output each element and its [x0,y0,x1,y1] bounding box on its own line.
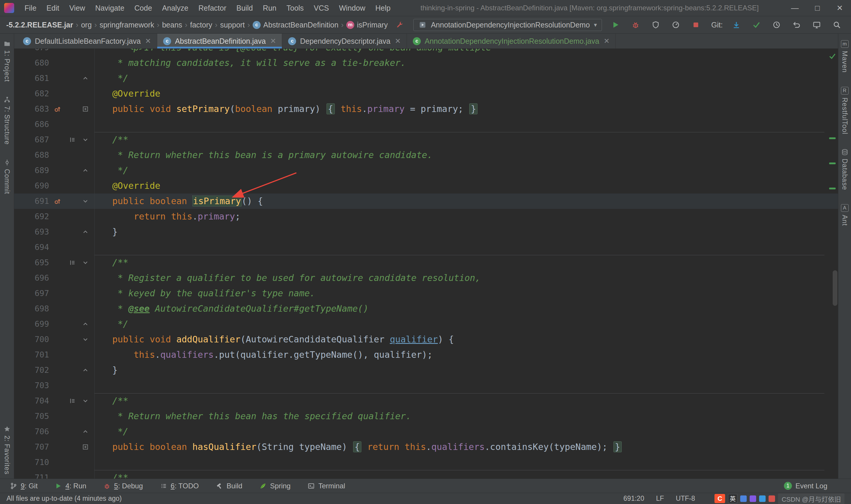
code-line-701[interactable]: 701 this.qualifiers.put(qualifier.getTyp… [14,347,838,362]
code-text[interactable]: */ [94,71,838,86]
tab-close-icon[interactable]: ✕ [604,37,610,45]
toolwindow-button-4-run[interactable]: 4: Run [55,482,86,490]
restful-scan-icon[interactable] [393,18,406,31]
breadcrumb-factory[interactable]: factory [188,20,214,30]
toolwindow-button-5-debug[interactable]: 5: Debug [104,482,143,490]
tab-defaultlistablebeanfactory-java[interactable]: cDefaultListableBeanFactory.java✕ [17,34,157,49]
menu-edit[interactable]: Edit [41,1,64,15]
toolwindow-button-spring[interactable]: Spring [259,482,290,490]
toolwindow-button-ant[interactable]: AAnt [841,204,849,226]
menu-navigate[interactable]: Navigate [90,1,129,15]
tab-annotationdependencyinjectionresolutiondemo-java[interactable]: cAnnotationDependencyInjectionResolution… [407,34,616,49]
toolwindow-button-maven[interactable]: mMaven [841,40,849,73]
presentation-button[interactable] [810,18,823,31]
line-number[interactable]: 702 [14,362,49,378]
minimize-button[interactable]: — [784,0,806,16]
toolwindow-button-build[interactable]: Build [216,482,242,490]
code-line-698[interactable]: 698 * @see AutowireCandidateQualifier#ge… [14,301,838,317]
line-number[interactable]: 711 [14,470,49,479]
tab-close-icon[interactable]: ✕ [395,37,401,45]
maximize-button[interactable]: □ [806,0,829,16]
code-text[interactable]: public void setPrimary(boolean primary) … [94,101,838,117]
code-line-702[interactable]: 702} [14,362,838,378]
menu-vcs[interactable]: VCS [309,1,334,15]
code-text[interactable]: @Override [94,86,838,101]
breadcrumb-beans[interactable]: beans [160,20,184,30]
line-number[interactable]: 704 [14,393,49,409]
line-number[interactable]: 680 [14,55,49,71]
code-line-689[interactable]: 689 */ [14,163,838,178]
line-number[interactable]: 691 [14,194,49,209]
revert-button[interactable] [790,18,803,31]
gutter-fold-slot[interactable] [78,228,93,235]
gutter-fold-slot[interactable] [78,136,93,143]
code-text[interactable]: } [94,362,838,378]
gutter-fold-slot[interactable] [78,259,93,266]
code-text[interactable]: */ [94,317,838,332]
toolwindow-button-1-project[interactable]: 1: Project [3,40,11,82]
tab-abstractbeandefinition-java[interactable]: cAbstractBeanDefinition.java✕ [157,34,282,49]
caret-position[interactable]: 691:20 [623,494,644,503]
code-line-692[interactable]: 692 return this.primary; [14,209,838,224]
tab-dependencydescriptor-java[interactable]: cDependencyDescriptor.java✕ [282,34,407,49]
line-number[interactable]: 688 [14,147,49,163]
code-text[interactable]: * Return whether this bean is a primary … [94,147,838,163]
code-text[interactable]: /** [94,132,838,147]
tab-close-icon[interactable]: ✕ [145,37,151,45]
code-line-686[interactable]: 686 [14,117,838,132]
line-number[interactable]: 697 [14,286,49,301]
code-text[interactable]: * matching candidates, it will serve as … [94,55,838,71]
menu-window[interactable]: Window [334,1,370,15]
line-number[interactable]: 701 [14,347,49,362]
code-line-694[interactable]: 694 [14,239,838,255]
gutter-comment-fold-slot[interactable] [66,136,78,143]
code-text[interactable]: public boolean isPrimary() { [94,194,838,209]
code-line-696[interactable]: 696 * Register a qualifier to be used fo… [14,270,838,286]
line-number[interactable]: 682 [14,86,49,101]
menu-view[interactable]: View [64,1,90,15]
breadcrumb-abstractbeandefinition[interactable]: cAbstractBeanDefinition [251,20,340,30]
line-number[interactable]: 690 [14,178,49,194]
code-line-682[interactable]: 682@Override [14,86,838,101]
run-button[interactable] [609,18,622,31]
gutter-fold-slot[interactable] [78,75,93,82]
toolwindow-button-9-git[interactable]: 9: Git [10,482,38,490]
code-line-695[interactable]: 695/** [14,255,838,270]
code-text[interactable] [94,117,838,132]
git-update-button[interactable] [730,18,743,31]
breadcrumb-isprimary[interactable]: misPrimary [344,20,390,30]
code-text[interactable] [94,378,838,393]
gutter-marker-slot[interactable] [49,105,66,113]
event-log-button[interactable]: 1Event Log [784,482,827,490]
toolwindow-button-7-structure[interactable]: 7: Structure [3,96,11,145]
code-line-707[interactable]: 707public boolean hasQualifier(String ty… [14,439,838,455]
code-text[interactable] [94,455,838,470]
line-number[interactable]: 689 [14,163,49,178]
file-encoding[interactable]: UTF-8 [676,494,695,503]
coverage-button[interactable] [649,18,662,31]
debug-button[interactable] [629,18,642,31]
code-line-706[interactable]: 706 */ [14,424,838,439]
line-number[interactable]: 694 [14,239,49,255]
code-text[interactable]: public void addQualifier(AutowireCandida… [94,332,838,347]
code-text[interactable] [94,239,838,255]
line-number[interactable]: 695 [14,255,49,270]
menu-build[interactable]: Build [231,1,258,15]
code-line-687[interactable]: 687/** [14,132,838,147]
gutter-comment-fold-slot[interactable] [66,259,78,266]
tab-close-icon[interactable]: ✕ [270,37,276,45]
line-number[interactable]: 706 [14,424,49,439]
code-line-679[interactable]: 679 * <p>If this value is {@code true} f… [14,49,838,55]
menu-code[interactable]: Code [129,1,157,15]
line-number[interactable]: 707 [14,439,49,455]
code-text[interactable]: * Register a qualifier to be used for au… [94,270,838,286]
code-line-688[interactable]: 688 * Return whether this bean is a prim… [14,147,838,163]
code-line-704[interactable]: 704/** [14,393,838,409]
gutter-fold-slot[interactable] [78,444,93,451]
menu-file[interactable]: File [19,1,41,15]
line-number[interactable]: 687 [14,132,49,147]
toolwindow-button-commit[interactable]: Commit [3,159,11,194]
gutter-marker-slot[interactable] [49,197,66,205]
line-number[interactable]: 686 [14,117,49,132]
breadcrumb-springframework[interactable]: springframework [97,20,156,30]
